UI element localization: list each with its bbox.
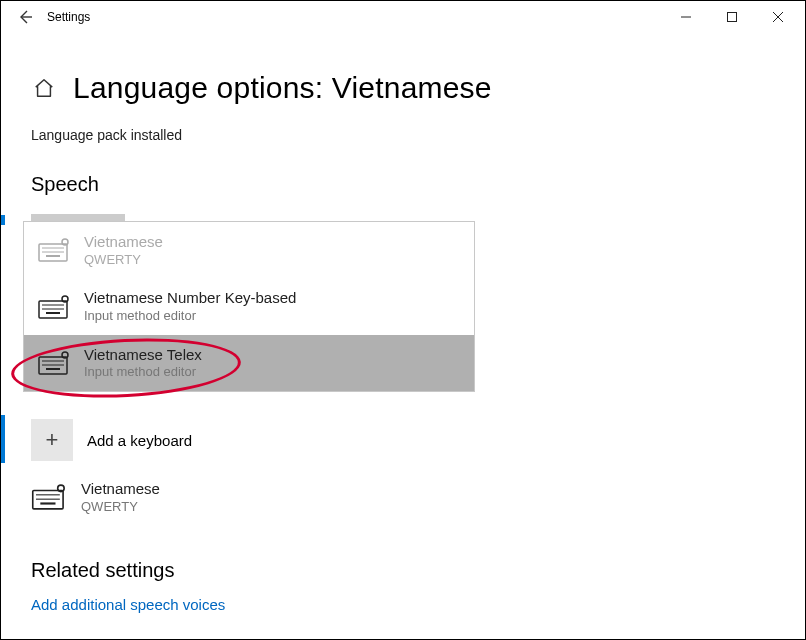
related-heading: Related settings [31, 559, 225, 582]
svg-rect-1 [728, 13, 737, 22]
arrow-left-icon [17, 9, 33, 25]
related-settings: Related settings Add additional speech v… [31, 559, 225, 613]
add-keyboard-label: Add a keyboard [87, 432, 192, 449]
add-voices-link[interactable]: Add additional speech voices [31, 596, 225, 613]
keyboard-icon [38, 295, 70, 319]
add-keyboard-button[interactable]: + Add a keyboard [31, 419, 192, 461]
option-name: Vietnamese [84, 232, 163, 252]
accent-indicator [1, 415, 5, 463]
window-controls [663, 1, 801, 33]
plus-icon: + [31, 419, 73, 461]
titlebar: Settings [1, 1, 805, 33]
page-title: Language options: Vietnamese [73, 71, 492, 105]
content-area: Language options: Vietnamese Language pa… [1, 33, 805, 242]
maximize-icon [727, 12, 737, 22]
option-name: Vietnamese Telex [84, 345, 202, 365]
home-button[interactable] [31, 75, 57, 101]
keyboard-icon [38, 238, 70, 262]
close-button[interactable] [755, 1, 801, 33]
keyboard-option-vietnamese-qwerty[interactable]: Vietnamese QWERTY [24, 222, 474, 278]
back-button[interactable] [5, 1, 45, 33]
option-name: Vietnamese Number Key-based [84, 288, 296, 308]
option-sub: Input method editor [84, 308, 296, 325]
minimize-button[interactable] [663, 1, 709, 33]
keyboard-icon [38, 351, 70, 375]
language-pack-status: Language pack installed [31, 127, 775, 143]
speech-heading: Speech [31, 173, 775, 196]
keyboard-name: Vietnamese [81, 479, 160, 499]
keyboard-dropdown: Vietnamese QWERTY Vietnamese Number Key-… [23, 221, 475, 392]
maximize-button[interactable] [709, 1, 755, 33]
home-icon [33, 77, 55, 99]
keyboard-option-vietnamese-number[interactable]: Vietnamese Number Key-based Input method… [24, 278, 474, 334]
window-title: Settings [47, 10, 90, 24]
option-sub: Input method editor [84, 364, 202, 381]
close-icon [773, 12, 783, 22]
accent-indicator [1, 215, 5, 225]
keyboard-entry-vietnamese[interactable]: Vietnamese QWERTY [31, 479, 160, 515]
keyboard-icon [31, 484, 67, 510]
keyboard-sub: QWERTY [81, 499, 160, 516]
keyboard-option-vietnamese-telex[interactable]: Vietnamese Telex Input method editor [24, 335, 474, 391]
minimize-icon [681, 12, 691, 22]
option-sub: QWERTY [84, 252, 163, 269]
